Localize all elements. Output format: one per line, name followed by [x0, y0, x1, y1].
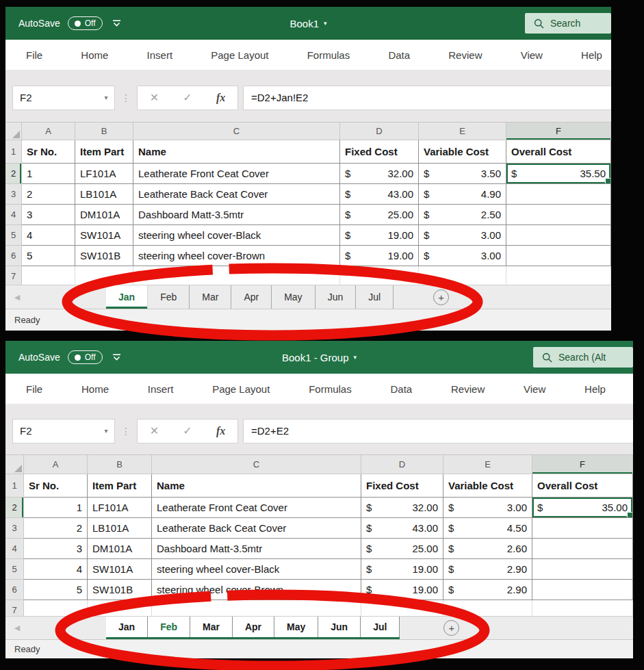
- sheet-tab-jun[interactable]: Jun: [318, 617, 361, 637]
- new-sheet-button[interactable]: +: [443, 620, 459, 636]
- cell-b4[interactable]: DM101A: [75, 205, 133, 225]
- cell-d5[interactable]: $19.00: [361, 559, 443, 580]
- sheet-tab-jul[interactable]: Jul: [356, 285, 394, 309]
- row-header-4[interactable]: 4: [5, 205, 22, 225]
- cell-a4[interactable]: 3: [22, 205, 75, 225]
- cell-c1[interactable]: Name: [133, 140, 340, 164]
- cell-e3[interactable]: $4.90: [419, 184, 506, 205]
- tab-home[interactable]: Home: [81, 49, 108, 61]
- column-header-f[interactable]: F: [506, 123, 611, 140]
- cell-e6[interactable]: $3.00: [419, 246, 506, 266]
- cell-c3[interactable]: Leatherate Back Ceat Cover: [133, 184, 340, 205]
- select-all-corner[interactable]: [5, 123, 22, 140]
- cell-c4[interactable]: Dashboard Matt-3.5mtr: [133, 205, 340, 225]
- cell-b6[interactable]: SW101B: [88, 580, 152, 600]
- cell-b5[interactable]: SW101A: [88, 559, 152, 580]
- cell-e3[interactable]: $4.50: [443, 518, 532, 539]
- column-header-a[interactable]: A: [24, 455, 88, 474]
- tab-help[interactable]: Help: [581, 49, 602, 61]
- cell-a6[interactable]: 5: [24, 580, 88, 600]
- row-header-3[interactable]: 3: [5, 518, 24, 539]
- sheet-tab-mar[interactable]: Mar: [190, 285, 231, 309]
- cell-b4[interactable]: DM101A: [88, 539, 152, 559]
- search-box[interactable]: Search: [525, 13, 611, 34]
- select-all-corner[interactable]: [5, 455, 24, 474]
- cell-a3[interactable]: 2: [24, 518, 88, 539]
- sheet-tab-feb[interactable]: Feb: [148, 285, 190, 309]
- cell-a7[interactable]: [24, 600, 88, 616]
- sheet-tab-feb[interactable]: Feb: [148, 617, 190, 637]
- row-header-2[interactable]: 2: [5, 498, 24, 518]
- cell-f1[interactable]: Overall Cost: [532, 474, 633, 498]
- cell-b3[interactable]: LB101A: [88, 518, 152, 539]
- tab-file[interactable]: File: [26, 383, 42, 395]
- cell-f5[interactable]: [532, 559, 633, 580]
- row-header-2[interactable]: 2: [5, 164, 22, 184]
- tab-formulas[interactable]: Formulas: [307, 49, 350, 61]
- cell-a5[interactable]: 4: [22, 225, 75, 246]
- row-header-1[interactable]: 1: [5, 140, 22, 164]
- tab-insert[interactable]: Insert: [148, 383, 174, 395]
- sheet-tab-jun[interactable]: Jun: [315, 285, 357, 309]
- autosave-toggle[interactable]: Off: [68, 350, 103, 364]
- cell-e6[interactable]: $2.90: [443, 580, 532, 600]
- sheet-tab-may[interactable]: May: [274, 617, 318, 637]
- row-header-4[interactable]: 4: [5, 539, 24, 559]
- column-header-e[interactable]: E: [419, 123, 506, 140]
- cell-f5[interactable]: [506, 225, 611, 246]
- name-box-caret-icon[interactable]: ▾: [98, 94, 114, 101]
- tab-view[interactable]: View: [521, 49, 543, 61]
- cell-d7[interactable]: [361, 600, 443, 616]
- cell-c7[interactable]: [152, 600, 361, 616]
- enter-icon[interactable]: ✓: [183, 91, 192, 104]
- cell-c2[interactable]: Leatherate Front Ceat Cover: [152, 498, 361, 518]
- tab-page-layout[interactable]: Page Layout: [211, 49, 268, 61]
- cell-e1[interactable]: Variable Cost: [419, 140, 506, 164]
- row-header-7[interactable]: 7: [5, 266, 22, 285]
- cell-f1[interactable]: Overall Cost: [506, 140, 611, 164]
- cell-e4[interactable]: $2.50: [419, 205, 506, 225]
- cell-d4[interactable]: $25.00: [340, 205, 419, 225]
- tab-page-layout[interactable]: Page Layout: [212, 383, 270, 395]
- cell-b7[interactable]: [75, 266, 133, 285]
- tab-help[interactable]: Help: [584, 383, 606, 395]
- autosave-toggle[interactable]: Off: [68, 16, 103, 30]
- column-header-c[interactable]: C: [133, 123, 340, 140]
- insert-function-icon[interactable]: fx: [216, 92, 225, 104]
- cell-a6[interactable]: 5: [22, 246, 75, 266]
- row-header-5[interactable]: 5: [5, 225, 22, 246]
- cell-c6[interactable]: steering wheel cover-Brown: [133, 246, 340, 266]
- row-header-1[interactable]: 1: [5, 474, 24, 498]
- tab-file[interactable]: File: [26, 49, 42, 61]
- cell-e2[interactable]: $3.00: [443, 498, 532, 518]
- column-header-b[interactable]: B: [75, 123, 133, 140]
- cell-f7[interactable]: [532, 600, 633, 616]
- enter-icon[interactable]: ✓: [183, 424, 192, 437]
- selected-cell-f2[interactable]: $35.00: [532, 498, 633, 518]
- tab-data[interactable]: Data: [391, 383, 413, 395]
- cell-e7[interactable]: [443, 600, 532, 616]
- sheet-tab-jan[interactable]: Jan: [106, 617, 148, 637]
- cell-c1[interactable]: Name: [152, 474, 361, 498]
- window-title[interactable]: Book1 ▾: [289, 18, 326, 29]
- cell-d3[interactable]: $43.00: [340, 184, 419, 205]
- cell-b2[interactable]: LF101A: [88, 498, 152, 518]
- cell-e5[interactable]: $2.90: [443, 559, 532, 580]
- cell-a4[interactable]: 3: [24, 539, 88, 559]
- sheet-tab-may[interactable]: May: [272, 285, 315, 309]
- formula-input[interactable]: =D2+E2: [243, 419, 633, 443]
- cell-d5[interactable]: $19.00: [340, 225, 419, 246]
- cell-a2[interactable]: 1: [22, 164, 75, 184]
- formula-input[interactable]: =D2+Jan!E2: [243, 86, 611, 110]
- cell-b7[interactable]: [88, 600, 152, 616]
- name-box[interactable]: F2 ▾: [12, 86, 115, 110]
- search-box[interactable]: Search (Alt: [533, 347, 633, 368]
- cell-e5[interactable]: $3.00: [419, 225, 506, 246]
- row-header-5[interactable]: 5: [5, 559, 24, 580]
- cell-d2[interactable]: $32.00: [340, 164, 419, 184]
- cell-a5[interactable]: 4: [24, 559, 88, 580]
- tab-insert[interactable]: Insert: [147, 49, 173, 61]
- cell-c7[interactable]: [133, 266, 340, 285]
- cell-d2[interactable]: $32.00: [361, 498, 443, 518]
- cell-e7[interactable]: [419, 266, 506, 285]
